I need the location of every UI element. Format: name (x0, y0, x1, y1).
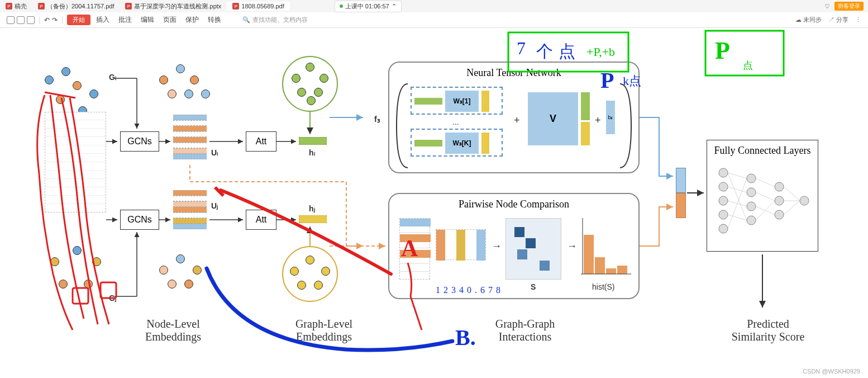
tab-home[interactable]: P稿壳 (0, 1, 32, 12)
menu-page[interactable]: 页面 (160, 14, 180, 26)
undo-icon[interactable]: ↶ (44, 16, 50, 24)
sync-status[interactable]: ☁ 未同步 (795, 16, 822, 24)
print-icon[interactable] (27, 16, 35, 24)
svg-point-6 (719, 168, 728, 177)
svg-line-23 (728, 173, 747, 220)
svg-line-19 (728, 173, 747, 178)
heart-icon[interactable]: ♡ (824, 3, 830, 10)
pnc-mat-a (399, 218, 430, 280)
graph-node (84, 280, 93, 289)
graph-node (89, 89, 98, 98)
concat-top (676, 168, 686, 193)
svg-line-24 (728, 178, 747, 229)
pnc-mat-b (436, 229, 486, 260)
col2-label: Graph-Level Embeddings (274, 318, 374, 343)
pdf-icon: P (232, 3, 239, 10)
svg-point-14 (747, 216, 756, 225)
menu-protect[interactable]: 保护 (182, 14, 202, 26)
svg-point-15 (775, 182, 784, 191)
graph-node (61, 67, 70, 76)
h-i-label: hᵢ (309, 148, 316, 157)
v-block: V (528, 92, 578, 145)
svg-point-8 (719, 196, 728, 205)
svg-line-20 (728, 187, 747, 192)
toolbar: ↶ ↷ 开始 插入 批注 编辑 页面 保护 转换 🔍 查找功能、文档内容 ☁ 未… (0, 12, 868, 28)
svg-rect-3 (617, 266, 627, 274)
svg-line-29 (784, 187, 800, 201)
svg-point-16 (775, 196, 784, 205)
start-button[interactable]: 开始 (67, 15, 90, 25)
class-timer[interactable]: 上课中 01:06:57⌃ (335, 1, 402, 12)
annotation-7: 7 (517, 38, 526, 59)
g-i-label: Gᵢ (109, 73, 117, 82)
yellow-vec (581, 122, 590, 145)
svg-line-22 (728, 215, 747, 220)
col1-label: Node-Level Embeddings (123, 318, 223, 343)
dots: ... (452, 117, 459, 126)
s-label: S (531, 282, 536, 291)
att-box-bot: Att (246, 210, 276, 230)
menu-annotate[interactable]: 批注 (115, 14, 135, 26)
ppt-icon: P (125, 3, 132, 10)
document-viewport: Gᵢ Gⱼ GCNs GCNs (0, 28, 868, 378)
annotation-dian: 点 (559, 40, 575, 63)
menu-insert[interactable]: 插入 (93, 14, 113, 26)
svg-line-25 (756, 178, 775, 187)
pdf-icon: P (38, 3, 45, 10)
open-icon[interactable] (17, 16, 25, 24)
tab-backup[interactable]: P（备份）2004.11757.pdf (32, 1, 120, 12)
col4-label: Predicted Similarity Score (712, 318, 824, 343)
tab-bar: P稿壳 P（备份）2004.11757.pdf P基于深度学习的车道线检测.pp… (0, 0, 868, 12)
feature-grid (45, 112, 106, 212)
new-icon[interactable] (7, 16, 15, 24)
g-j-label: Gⱼ (109, 294, 116, 303)
svg-point-10 (719, 224, 728, 233)
graph-node (56, 95, 65, 104)
s-matrix (505, 218, 561, 280)
gcns-box-top: GCNs (120, 131, 159, 152)
share-button[interactable]: ↗ 分享 (828, 16, 848, 24)
arrow-2: → (567, 240, 577, 252)
menu-edit[interactable]: 编辑 (137, 14, 158, 26)
u-i-stack (173, 115, 207, 159)
architecture-diagram: Gᵢ Gⱼ GCNs GCNs (28, 62, 832, 352)
graph-node (59, 280, 68, 289)
annotation-P2: P (715, 36, 730, 65)
plus-2: + (595, 115, 601, 126)
svg-point-7 (719, 182, 728, 191)
w3-row-1: W₃[1] (411, 87, 503, 115)
menu-convert[interactable]: 转换 (204, 14, 225, 26)
svg-point-17 (775, 210, 784, 219)
tab-pptx[interactable]: P基于深度学习的车道线检测.pptx (120, 1, 227, 12)
col3-label: Graph-Graph Interactions (469, 318, 581, 343)
svg-point-9 (719, 210, 728, 219)
search-icon: 🔍 (242, 16, 250, 23)
green-vec (581, 92, 590, 120)
svg-point-11 (747, 174, 756, 183)
tab-current-pdf[interactable]: P1808.05689.pdf (227, 2, 289, 11)
annotation-ge: 个 (536, 40, 553, 63)
svg-rect-0 (584, 235, 594, 274)
hi-graph-circle (282, 56, 338, 112)
plus-1: + (514, 115, 520, 126)
svg-point-12 (747, 188, 756, 197)
concat-bot (676, 193, 686, 218)
more-icon[interactable]: ⋮ (855, 16, 861, 23)
search-input[interactable]: 🔍 查找功能、文档内容 (238, 15, 312, 25)
h-i-vector (299, 137, 327, 145)
svg-rect-2 (606, 268, 616, 274)
w3-row-k: W₃[K] (411, 129, 503, 157)
b3-vec: b₃ (606, 101, 615, 134)
recording-dot (340, 4, 343, 8)
f3-label: f₃ (374, 115, 380, 124)
dropdown-icon: ⌃ (392, 3, 397, 10)
graph-node (50, 257, 59, 266)
login-button[interactable]: 协客登录 (834, 2, 864, 11)
svg-rect-1 (595, 257, 605, 274)
pdf-icon: P (6, 3, 12, 10)
pnc-title: Pairwise Node Comparison (389, 199, 638, 210)
arrow-1: → (492, 240, 502, 252)
redo-icon[interactable]: ↷ (52, 16, 58, 24)
u-i-label: Uᵢ (211, 148, 218, 157)
u-j-stack (173, 190, 207, 229)
